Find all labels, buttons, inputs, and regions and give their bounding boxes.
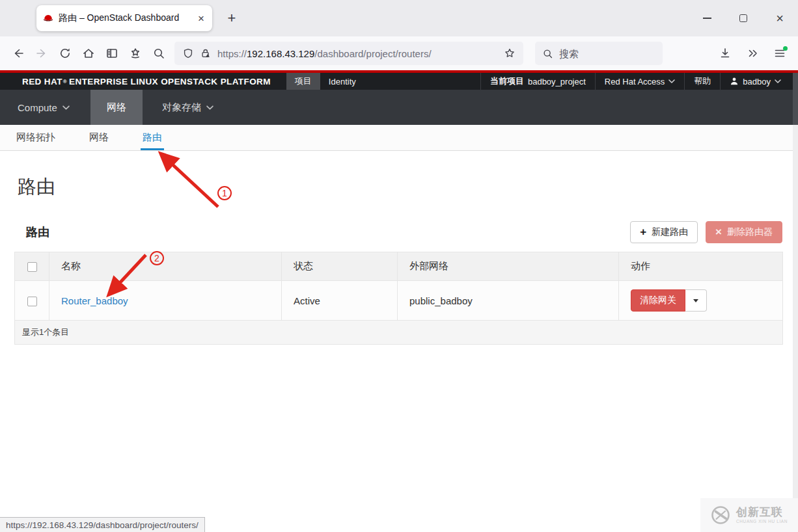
new-tab-button[interactable]: + — [222, 8, 241, 28]
user-icon — [730, 77, 739, 86]
items-count: 显示1个条目 — [15, 321, 783, 345]
tab-title: 路由 – OpenStack Dashboard — [59, 12, 191, 24]
current-project: 当前项目 badboy_project — [480, 73, 595, 90]
downloads-icon[interactable] — [713, 42, 737, 65]
table-header-row: 名称 状态 外部网络 动作 — [15, 252, 783, 281]
redhat-brand-logo: RED HAT®ENTERPRISE LINUX OPENSTACK PLATF… — [0, 73, 271, 90]
openstack-topbar: RED HAT®ENTERPRISE LINUX OPENSTACK PLATF… — [0, 73, 798, 90]
browser-tab[interactable]: 路由 – OpenStack Dashboard × — [36, 5, 212, 31]
search-input[interactable] — [559, 48, 644, 59]
table-footer-row: 显示1个条目 — [15, 321, 783, 345]
chevron-down-icon — [206, 105, 213, 110]
bookmarks-menu-icon[interactable] — [124, 42, 147, 65]
routers-table: 名称 状态 外部网络 动作 Router_badboy Active publi… — [14, 252, 783, 345]
network-subtabs: 网络拓扑 网络 路由 — [0, 125, 798, 151]
router-name-link[interactable]: Router_badboy — [61, 295, 128, 306]
create-router-button[interactable]: + 新建路由 — [630, 221, 698, 243]
subtab-networks[interactable]: 网络 — [89, 125, 109, 150]
page-title: 路由 — [18, 174, 798, 200]
hamburger-menu-icon[interactable] — [768, 42, 791, 65]
row-actions-dropdown-button[interactable] — [685, 289, 707, 312]
search-box[interactable] — [535, 42, 663, 65]
column-header-external-network: 外部网络 — [398, 252, 619, 281]
nav-object-store[interactable]: 对象存储 — [152, 90, 224, 125]
nav-compute[interactable]: Compute — [7, 90, 80, 125]
dashboard-navbar: Compute 网络 对象存储 — [0, 90, 798, 125]
page-scrollbar[interactable] — [793, 73, 798, 532]
chevron-down-icon — [775, 79, 781, 83]
select-all-checkbox[interactable] — [27, 262, 37, 272]
chevron-down-icon — [62, 105, 70, 110]
menu-notification-dot — [783, 46, 788, 51]
back-icon[interactable] — [7, 42, 30, 65]
tab-close-icon[interactable]: × — [197, 13, 206, 24]
window-maximize-button[interactable] — [725, 0, 762, 36]
watermark-name: 创新互联 — [736, 507, 788, 519]
insecure-lock-icon[interactable] — [200, 47, 212, 59]
delete-router-button[interactable]: × 删除路由器 — [706, 221, 782, 243]
tracking-shield-icon[interactable] — [182, 47, 194, 59]
scrollbar-thumb[interactable] — [793, 73, 798, 125]
user-menu[interactable]: badboy — [720, 73, 790, 90]
select-all-checkbox-cell — [15, 252, 49, 281]
router-status: Active — [282, 281, 398, 321]
x-icon: × — [715, 226, 722, 239]
caret-down-icon — [693, 299, 698, 302]
nav-network[interactable]: 网络 — [90, 90, 143, 125]
help-link[interactable]: 帮助 — [684, 73, 720, 90]
chevron-down-icon — [668, 79, 675, 83]
redhat-access-menu[interactable]: Red Hat Access — [595, 73, 685, 90]
table-row: Router_badboy Active public_badboy 清除网关 — [15, 281, 783, 321]
column-header-name: 名称 — [49, 252, 282, 281]
subtab-routers[interactable]: 路由 — [143, 125, 162, 150]
column-header-actions: 动作 — [619, 252, 783, 281]
redhat-favicon-icon — [43, 13, 53, 23]
window-close-button[interactable]: × — [762, 0, 798, 36]
browser-tabstrip: 路由 – OpenStack Dashboard × + × — [0, 0, 798, 36]
row-checkbox[interactable] — [27, 297, 37, 306]
watermark-subtitle: CHUANG XIN HU LIAN — [736, 519, 788, 524]
sidebar-icon[interactable] — [100, 42, 124, 65]
subtab-network-topology[interactable]: 网络拓扑 — [16, 125, 55, 150]
topbar-tab-identity[interactable]: Identity — [320, 73, 365, 90]
overflow-chevrons-icon[interactable] — [741, 42, 764, 65]
watermark: 创新互联 CHUANG XIN HU LIAN — [700, 498, 798, 532]
table-section-title: 路由 — [26, 224, 49, 240]
column-header-status: 状态 — [282, 252, 398, 281]
url-text: https://192.168.43.129/dashboard/project… — [217, 48, 498, 59]
forward-icon[interactable] — [30, 42, 53, 65]
link-status-bar: https://192.168.43.129/dashboard/project… — [0, 517, 205, 532]
topbar-tab-project[interactable]: 项目 — [286, 73, 320, 90]
window-minimize-button[interactable] — [689, 0, 725, 36]
url-bar[interactable]: https://192.168.43.129/dashboard/project… — [174, 42, 523, 65]
browser-toolbar: https://192.168.43.129/dashboard/project… — [0, 36, 798, 70]
clear-gateway-button[interactable]: 清除网关 — [631, 289, 685, 312]
reload-icon[interactable] — [53, 42, 77, 65]
router-external-network: public_badboy — [398, 281, 619, 321]
home-icon[interactable] — [77, 42, 100, 65]
bookmark-star-icon[interactable] — [504, 47, 516, 59]
toolbar-search-icon[interactable] — [147, 42, 171, 65]
watermark-logo-icon — [710, 505, 731, 525]
plus-icon: + — [640, 226, 646, 239]
